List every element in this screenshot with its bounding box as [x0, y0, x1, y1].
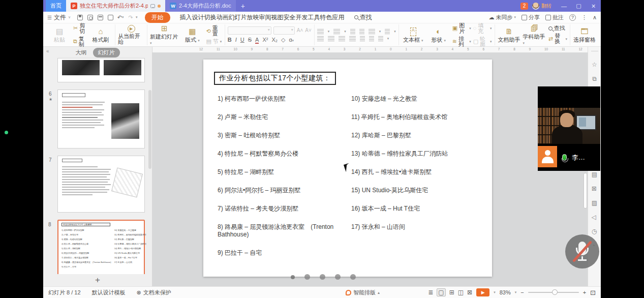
participant-avatar[interactable]	[538, 146, 557, 167]
thumbnail-scrollbar[interactable]	[148, 90, 151, 169]
slide-list-item[interactable]: 4) 特拉尼 – 柯默警察局办公楼	[218, 150, 351, 158]
italic-button[interactable]: I	[235, 37, 237, 43]
slide-list-item[interactable]: 1) 柯布西耶一萨伏依别墅	[218, 95, 351, 103]
tab-outline[interactable]: 大纲	[76, 49, 87, 56]
slideshow-play-button[interactable]: ▶	[476, 288, 489, 296]
slide-title[interactable]: 作业分析包括以下17个小型建筑：	[214, 72, 336, 85]
font-family-select[interactable]	[228, 26, 271, 35]
notification-badge[interactable]: 2	[520, 3, 528, 10]
zoom-slider[interactable]	[528, 292, 579, 293]
maximize-button[interactable]: ▢	[571, 0, 586, 12]
strikethrough-button[interactable]: S	[248, 37, 252, 43]
zoom-slider-knob[interactable]	[552, 289, 558, 295]
minimize-button[interactable]: —	[557, 0, 571, 12]
save-button[interactable]	[76, 13, 84, 21]
text-direction-icon[interactable]	[369, 29, 375, 34]
numbering-icon[interactable]	[333, 29, 340, 34]
print-button[interactable]	[96, 13, 104, 21]
switch-window-icon[interactable]: ⧉	[592, 72, 597, 86]
show-view-icon[interactable]: ⊠	[467, 289, 472, 296]
new-slide-button[interactable]: ⊞新建幻灯片 ▾	[150, 24, 178, 45]
slide-list-item[interactable]: 13) 哈蒂德 – 维特拉家具工厂消防站	[351, 150, 485, 158]
increase-indent-icon[interactable]	[359, 29, 364, 34]
format-painter-button[interactable]: ⌂格式刷	[89, 27, 112, 43]
slide-list-item[interactable]: 5) 特拉尼 – 湖畔别墅	[218, 168, 351, 176]
slide-list-item[interactable]: 7) 诺依特拉 – 考夫曼沙漠别墅	[218, 205, 351, 213]
ribbon-tab[interactable]: 切换	[204, 14, 217, 21]
outline-button[interactable]: ▢轮廓▾	[473, 36, 492, 47]
undo-button[interactable]: ↶▾	[116, 13, 125, 21]
align-center-icon[interactable]	[328, 36, 334, 41]
side-tool-icon[interactable]: ⊠	[592, 182, 597, 196]
normal-view-icon[interactable]: ▢	[437, 288, 445, 296]
redo-button[interactable]: ↷	[127, 13, 135, 21]
selection-pane-button[interactable]: 🗔选择窗格	[573, 27, 596, 43]
preview-button[interactable]	[106, 13, 114, 21]
ribbon-tab[interactable]: 插入	[180, 14, 192, 21]
slide-canvas[interactable]: 作业分析包括以下17个小型建筑： 1) 柯布西耶一萨伏依别墅2) 卢斯 – 米勒…	[203, 59, 492, 277]
subject-assistant-button[interactable]: 🗐学科助手 ▾	[523, 24, 546, 45]
ribbon-tab[interactable]: 动画	[217, 14, 229, 21]
slide-list-item[interactable]: 3) 密斯 – 吐根哈特别墅	[218, 132, 351, 139]
align-left-icon[interactable]	[317, 36, 324, 41]
line-spacing-icon[interactable]	[369, 36, 374, 41]
slide-list-item[interactable]: 8) 路易康 – 屈灵顿游泳池更衣室 (Trenton Bathhouse)	[218, 223, 351, 239]
play-options-caret[interactable]: ▾	[494, 290, 496, 294]
ribbon-tab[interactable]: 视图	[271, 14, 284, 21]
slide-list-item[interactable]: 12) 库哈斯 – 巴黎别墅	[351, 132, 485, 139]
layout-button[interactable]: ▦版式 ▾	[180, 27, 204, 43]
sorter-view-icon[interactable]: ⊞	[449, 289, 454, 296]
distribute-icon[interactable]	[360, 36, 365, 41]
ribbon-tab[interactable]: 安全	[284, 14, 296, 21]
slide-list-item[interactable]: 6) 阿尔法•阿尔托 – 玛丽亚别墅	[218, 187, 351, 194]
fit-screen-icon[interactable]: ⊡	[590, 289, 596, 296]
reset-button[interactable]: ⟲重置	[206, 25, 222, 37]
paste-button[interactable]: ▤粘贴	[48, 27, 71, 43]
comment-button[interactable]: 批注	[545, 14, 564, 21]
username-label[interactable]: 翻转	[541, 3, 551, 10]
slide-list-item[interactable]: 17) 张永和 – 山语间	[351, 223, 485, 231]
user-avatar[interactable]	[532, 3, 539, 10]
ribbon-tab[interactable]: 特色应用	[320, 14, 345, 21]
quickbar-more-icon[interactable]: ▾	[136, 15, 138, 19]
ribbon-tab[interactable]: 审阅	[259, 14, 271, 21]
cut-button[interactable]: ✂剪切	[73, 23, 87, 34]
collapse-ribbon-icon[interactable]: ∧	[593, 14, 597, 21]
sync-status[interactable]: ☁未同步▾	[488, 14, 516, 21]
protection-status[interactable]: ⊗文档未保护	[137, 289, 171, 296]
slide-list-item[interactable]: 15) UN Studio-莫比乌斯住宅	[351, 187, 485, 194]
superscript-button[interactable]: X²	[262, 37, 268, 43]
close-button[interactable]: ×	[586, 0, 601, 12]
mute-microphone-button[interactable]	[565, 234, 599, 269]
clear-format-icon[interactable]: ◇	[281, 37, 285, 43]
ribbon-tab[interactable]: 幻灯片放映	[229, 14, 259, 21]
play-from-current-button[interactable]: ▶从当前开始	[118, 25, 144, 45]
find-button[interactable]: 查找	[548, 25, 567, 31]
zoom-percent[interactable]: 83%	[500, 289, 511, 295]
picture-button[interactable]: ▣图片▾	[452, 23, 471, 34]
bullets-icon[interactable]	[317, 29, 324, 34]
tab-home[interactable]: 首页	[46, 0, 66, 12]
slide-list-item[interactable]: 10) 安藤忠雄 – 光之教堂	[351, 95, 485, 103]
font-size-select[interactable]	[273, 26, 295, 35]
doc-assistant-button[interactable]: 🗎文档助手	[498, 27, 521, 43]
justify-icon[interactable]	[349, 36, 356, 41]
collapse-panel-icon[interactable]: «	[46, 48, 49, 54]
fill-button[interactable]: ◌填充▾	[473, 23, 492, 34]
slide-thumbnail-8-selected[interactable]: 8 作业分析包括以下17个小型建筑： 1) 柯布西耶一萨伏依别墅2) 卢斯 – …	[57, 220, 145, 274]
font-color-button[interactable]: A	[255, 37, 259, 44]
help-button[interactable]: ?	[569, 14, 576, 21]
section-button[interactable]: ▤节▾	[206, 39, 222, 44]
smart-layout-button[interactable]: 智能排版 ▴	[346, 289, 380, 296]
zoom-out-button[interactable]: −	[520, 289, 524, 295]
file-menu[interactable]: ☰ 文件 ∨	[47, 13, 71, 22]
slide-list-item[interactable]: 14) 西扎 – 维埃拉•迪卡斯别墅	[351, 168, 485, 176]
side-tool-icon[interactable]: ◁	[592, 210, 597, 224]
output-button[interactable]	[86, 13, 94, 21]
slide-list-item[interactable]: 16) 坂本一成 – Hut T住宅	[351, 205, 485, 213]
favorite-star-icon[interactable]: ☆	[592, 57, 597, 72]
zoom-in-button[interactable]: +	[583, 289, 586, 295]
arrange-button[interactable]: ≋排列▾	[452, 36, 471, 47]
slide-thumbnail-6[interactable]: 6 ★	[57, 90, 145, 148]
increase-font-button[interactable]: A˄	[297, 27, 303, 33]
